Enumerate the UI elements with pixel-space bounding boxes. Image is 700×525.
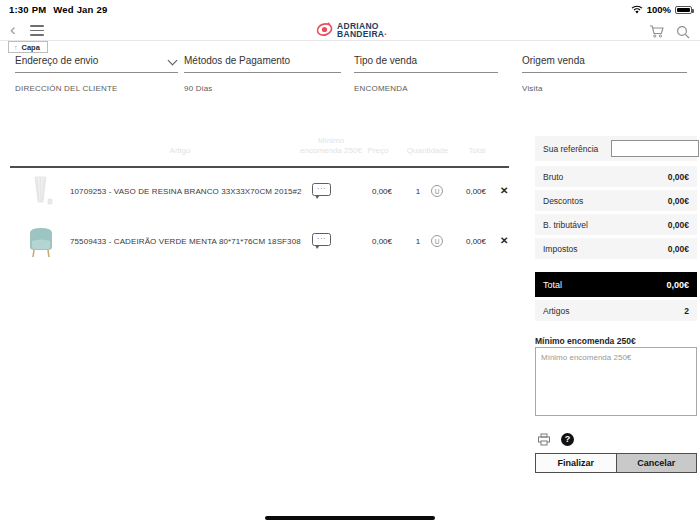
- tributavel-value: 0,00€: [668, 220, 689, 230]
- help-icon[interactable]: ?: [561, 433, 574, 446]
- payment-method-label: Métodos de Pagamento: [184, 55, 341, 73]
- menu-icon[interactable]: [30, 25, 44, 39]
- artigos-label: Artigos: [543, 306, 569, 316]
- reference-input[interactable]: [611, 140, 699, 157]
- table-header-divider: [10, 166, 509, 168]
- app-screen: 1:30 PMWed Jan 29 100% ‹ ADRIANO BANDEIR…: [0, 0, 700, 525]
- unit-icon: U: [431, 185, 443, 197]
- shipping-address-value: DIRECCIÓN DEL CLIENTE: [15, 84, 178, 93]
- table-row: 10709253 - VASO DE RESINA BRANCO 33X33X7…: [0, 174, 520, 210]
- remove-item-icon[interactable]: ✕: [500, 235, 508, 246]
- finalize-button[interactable]: Finalizar: [536, 454, 617, 472]
- column-header-artigo: Artigo: [140, 146, 220, 155]
- bruto-value: 0,00€: [668, 172, 689, 182]
- summary-row-tributavel: B. tributável 0,00€: [535, 214, 697, 235]
- nav-bar: ‹ ADRIANO BANDEIRA▪: [0, 20, 700, 41]
- product-total: 0,00€: [448, 187, 486, 196]
- table-row: 75509433 - CADEIRÃO VERDE MENTA 80*71*76…: [0, 224, 520, 260]
- payment-method-value: 90 Dias: [184, 84, 341, 93]
- wifi-icon: [631, 5, 643, 14]
- column-header-total: Total: [455, 146, 499, 155]
- product-price: 0,00€: [352, 237, 392, 246]
- field-shipping-address[interactable]: Endereço de envio DIRECCIÓN DEL CLIENTE: [15, 55, 178, 93]
- product-quantity[interactable]: 1: [410, 187, 426, 196]
- order-header-form: Endereço de envio DIRECCIÓN DEL CLIENTE …: [0, 55, 700, 101]
- sale-origin-label: Origem venda: [522, 55, 687, 73]
- logo-mark: ▪: [384, 31, 386, 37]
- field-sale-origin[interactable]: Origem venda Visita: [522, 55, 687, 93]
- tab-capa-label: Capa: [22, 43, 40, 52]
- tab-capa[interactable]: ↑ Capa: [8, 41, 48, 53]
- summary-row-artigos: Artigos 2: [535, 300, 697, 321]
- product-name: 10709253 - VASO DE RESINA BRANCO 33X33X7…: [70, 187, 305, 196]
- product-total: 0,00€: [448, 237, 486, 246]
- status-time-date: 1:30 PMWed Jan 29: [9, 4, 107, 15]
- product-image-chair: [26, 225, 56, 259]
- sale-type-value: ENCOMENDA: [354, 84, 498, 93]
- unit-icon: U: [431, 235, 443, 247]
- status-date: Wed Jan 29: [53, 4, 107, 15]
- min-order-label: Mínimo encomenda 250€: [535, 336, 636, 346]
- impostos-label: Impostos: [543, 244, 578, 254]
- impostos-value: 0,00€: [668, 244, 689, 254]
- action-buttons: Finalizar Cancelar: [535, 453, 697, 473]
- cancel-button[interactable]: Cancelar: [617, 454, 697, 472]
- reference-label: Sua referência: [543, 144, 598, 154]
- product-price: 0,00€: [352, 187, 392, 196]
- status-bar: 1:30 PMWed Jan 29 100%: [0, 0, 700, 20]
- order-notes-textarea[interactable]: [535, 347, 697, 416]
- total-label: Total: [543, 280, 562, 290]
- field-payment-method[interactable]: Métodos de Pagamento 90 Dias: [184, 55, 341, 93]
- product-name: 75509433 - CADEIRÃO VERDE MENTA 80*71*76…: [70, 237, 305, 246]
- remove-item-icon[interactable]: ✕: [500, 185, 508, 196]
- items-table-header: Artigo Mínimo encomenda 250€ Preço Quant…: [0, 132, 520, 166]
- comment-bubble-icon[interactable]: ···: [312, 183, 331, 196]
- summary-row-impostos: Impostos 0,00€: [535, 238, 697, 259]
- column-header-preco: Preço: [356, 146, 400, 155]
- summary-row-descontos: Descontos 0,00€: [535, 190, 697, 211]
- product-image-vase: [26, 175, 56, 209]
- status-time: 1:30 PM: [9, 4, 46, 15]
- sale-origin-value: Visita: [522, 84, 687, 93]
- battery-icon: [675, 6, 692, 14]
- battery-percentage: 100%: [647, 4, 671, 15]
- app-logo: ADRIANO BANDEIRA▪: [316, 21, 387, 38]
- sale-type-label: Tipo de venda: [354, 55, 498, 73]
- descontos-value: 0,00€: [668, 196, 689, 206]
- print-icon[interactable]: [537, 433, 551, 446]
- total-bar: Total 0,00€: [535, 272, 697, 297]
- tab-collapse-arrow-icon: ↑: [14, 44, 18, 51]
- column-header-minimo: Mínimo encomenda 250€: [300, 136, 362, 156]
- product-quantity[interactable]: 1: [410, 237, 426, 246]
- column-header-quantidade: Quantidade: [400, 146, 455, 155]
- total-value: 0,00€: [666, 280, 689, 290]
- tributavel-label: B. tributável: [543, 220, 588, 230]
- reference-row: Sua referência: [535, 136, 697, 161]
- home-indicator[interactable]: [265, 516, 435, 520]
- bruto-label: Bruto: [543, 172, 563, 182]
- shipping-address-label: Endereço de envio: [15, 55, 178, 73]
- search-icon[interactable]: [676, 25, 690, 39]
- artigos-count: 2: [684, 306, 689, 316]
- back-button[interactable]: ‹: [10, 20, 16, 40]
- field-sale-type[interactable]: Tipo de venda ENCOMENDA: [354, 55, 498, 93]
- logo-icon: [316, 21, 333, 38]
- comment-bubble-icon[interactable]: ···: [312, 233, 331, 246]
- descontos-label: Descontos: [543, 196, 583, 206]
- cart-icon[interactable]: [649, 24, 665, 39]
- logo-text: ADRIANO BANDEIRA▪: [337, 22, 387, 38]
- summary-row-bruto: Bruto 0,00€: [535, 166, 697, 187]
